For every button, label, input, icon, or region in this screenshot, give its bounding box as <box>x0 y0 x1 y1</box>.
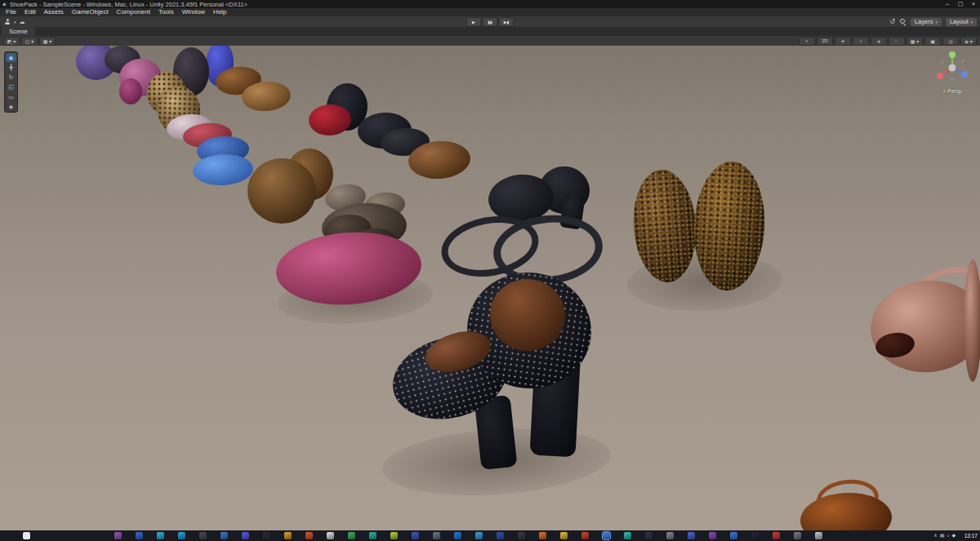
menu-item-help[interactable]: Help <box>209 8 230 16</box>
taskbar-app-icon[interactable] <box>23 532 30 539</box>
scene-tab-label: Scene <box>9 28 28 35</box>
hidden-objects-toggle[interactable]: ◌ <box>889 37 905 46</box>
axes-gizmo-icon <box>933 50 971 86</box>
taskbar-app-icon[interactable] <box>136 532 143 539</box>
close-button[interactable]: × <box>967 0 980 8</box>
taskbar-app-icon[interactable] <box>263 532 270 539</box>
taskbar-app-icon[interactable] <box>624 532 631 539</box>
taskbar-app-icon[interactable] <box>390 532 398 539</box>
menu-item-gameobject[interactable]: GameObject <box>68 8 113 16</box>
ugg-boot-left[interactable] <box>247 158 316 224</box>
taskbar-app-icon[interactable] <box>412 532 419 539</box>
tray-icon[interactable]: ∧ <box>933 530 937 541</box>
taskbar-app-icon[interactable] <box>369 532 376 539</box>
tray-icon[interactable]: ◆ <box>951 530 956 541</box>
pivot-dropdown[interactable]: ◱ ▾ <box>21 37 38 46</box>
taskbar-app-icon[interactable] <box>199 532 207 539</box>
taskbar-app-icon[interactable] <box>730 532 737 539</box>
taskbar-app-icon[interactable] <box>497 532 504 539</box>
taskbar-app-icon[interactable] <box>666 532 674 539</box>
orientation-gizmo[interactable]: < Persp <box>933 50 972 94</box>
menu-item-window[interactable]: Window <box>178 8 209 16</box>
leather-shoe-bottom[interactable] <box>799 490 893 530</box>
menu-bar: FileEditAssetsGameObjectComponentToolsWi… <box>0 8 980 16</box>
layers-dropdown[interactable]: Layers ▾ <box>911 18 942 26</box>
taskbar-app-icon[interactable] <box>327 532 334 539</box>
unity-logo-icon: ◆ <box>2 0 7 8</box>
grid-visibility-dropdown[interactable]: ▦ ▾ <box>906 37 923 46</box>
scale-tool[interactable]: ◱ <box>6 82 16 91</box>
taskbar-app-icon[interactable] <box>454 532 461 539</box>
taskbar-clock[interactable]: 13:17 <box>964 530 978 541</box>
menu-item-assets[interactable]: Assets <box>40 8 68 16</box>
rotate-tool[interactable]: ↻ <box>6 73 16 82</box>
layout-label: Layout <box>950 18 969 25</box>
taskbar-app-icon[interactable] <box>348 532 355 539</box>
play-button[interactable]: ▶ <box>466 17 482 27</box>
render-debug-toggle[interactable]: ▣ <box>924 37 941 46</box>
chevron-down-icon: ▾ <box>935 20 938 24</box>
taskbar-app-icon[interactable] <box>157 532 164 539</box>
history-icon[interactable]: ↺ <box>889 18 895 26</box>
window-title-bar: ◆ ShoePack - SampleScene - Windows, Mac,… <box>0 0 980 8</box>
taskbar-app-icon[interactable] <box>220 532 228 539</box>
taskbar-app-icon[interactable] <box>645 532 653 539</box>
rect-tool[interactable]: ▭ <box>6 92 16 101</box>
effects-dropdown[interactable]: ∗ <box>871 37 887 46</box>
taskbar-app-icon[interactable] <box>114 532 122 539</box>
taskbar-app-icon[interactable] <box>794 532 801 539</box>
taskbar-app-icon[interactable] <box>475 532 483 539</box>
taskbar-app-icon[interactable] <box>709 532 716 539</box>
nude-heel-partial[interactable] <box>964 259 980 382</box>
step-button[interactable]: ▶▮ <box>499 17 514 27</box>
scene-viewport[interactable]: ◉╋↻◱▭◈ < Persp <box>0 46 980 530</box>
pause-button[interactable]: ▮▮ <box>483 17 498 27</box>
persp-label[interactable]: < Persp <box>933 88 972 94</box>
taskbar-app-icon[interactable] <box>815 532 822 539</box>
taskbar-app-icon[interactable] <box>305 532 313 539</box>
taskbar-app-icon[interactable] <box>433 532 440 539</box>
taskbar-app-icon[interactable] <box>751 532 759 539</box>
tool-settings-dropdown[interactable]: ◩ ▾ <box>3 37 20 46</box>
maximize-button[interactable]: ▢ <box>954 0 967 8</box>
lighting-toggle[interactable]: ☀ <box>835 37 851 46</box>
tools-overlay: ◉╋↻◱▭◈ <box>4 51 18 113</box>
menu-item-tools[interactable]: Tools <box>154 8 178 16</box>
account-icon[interactable] <box>4 19 11 25</box>
menu-item-edit[interactable]: Edit <box>20 8 40 16</box>
tab-scene[interactable]: Scene <box>2 27 35 36</box>
menu-item-file[interactable]: File <box>2 8 20 16</box>
menu-item-component[interactable]: Component <box>113 8 154 16</box>
red-heels[interactable] <box>308 104 352 137</box>
camera-settings-dropdown[interactable]: ◎ <box>942 37 959 46</box>
audio-toggle[interactable]: ♪ <box>853 37 869 46</box>
taskbar: ∧▤♪◆ 13:17 <box>0 530 980 541</box>
toolbar-right: ↺ Layers ▾ Layout ▾ <box>889 18 977 26</box>
taskbar-app-icon[interactable] <box>560 532 568 539</box>
taskbar-app-icon[interactable] <box>603 532 610 539</box>
transform-tool[interactable]: ◈ <box>6 102 16 111</box>
2d-toggle[interactable]: 2D <box>817 37 833 46</box>
tray-icon[interactable]: ▤ <box>940 530 945 541</box>
tray-icon[interactable]: ♪ <box>947 530 949 541</box>
layout-dropdown[interactable]: Layout ▾ <box>946 18 977 26</box>
snap-settings-dropdown[interactable]: ▦ ▾ <box>39 37 56 46</box>
taskbar-app-icon[interactable] <box>539 532 546 539</box>
magenta-boot[interactable] <box>119 78 142 104</box>
window-title: ShoePack - SampleScene - Windows, Mac, L… <box>10 1 247 8</box>
taskbar-app-icon[interactable] <box>518 532 525 539</box>
cloud-services-icon[interactable]: ☁ <box>20 18 25 26</box>
minimize-button[interactable]: – <box>941 0 954 8</box>
view-tool[interactable]: ◉ <box>6 53 16 62</box>
search-icon[interactable] <box>899 18 906 25</box>
draw-mode-dropdown[interactable]: ◐ <box>799 37 815 46</box>
taskbar-app-icon[interactable] <box>688 532 695 539</box>
taskbar-app-icon[interactable] <box>178 532 185 539</box>
taskbar-app-icon[interactable] <box>773 532 780 539</box>
taskbar-app-icon[interactable] <box>242 532 249 539</box>
taskbar-app-icon[interactable] <box>284 532 292 539</box>
gizmos-dropdown[interactable]: ◈ ▾ <box>960 37 977 46</box>
move-tool[interactable]: ╋ <box>6 63 16 72</box>
taskbar-app-icon[interactable] <box>581 532 589 539</box>
toolbar-left: ▾ ☁ <box>4 18 25 26</box>
